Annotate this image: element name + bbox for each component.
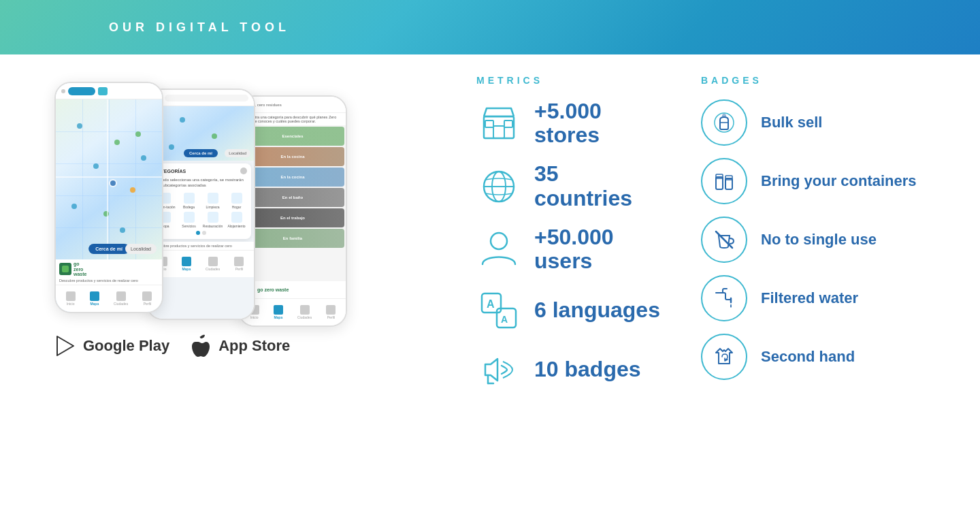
cat-en-el-bano[interactable]: En el baño [282,195,303,200]
phone-1-screen: Cerca de mí Localidad gozerowaste Descub… [56,83,162,312]
badge-bulk-sell: Bulk sell [701,99,926,146]
app-store-label: App Store [218,337,290,355]
metrics-header: METRICS [476,75,701,86]
google-play-button[interactable]: Google Play [54,335,169,357]
cat-alojamiento[interactable]: Alojamiento [226,212,247,228]
no-single-use-label: No to single use [761,231,877,249]
bring-containers-icon-circle [701,158,747,204]
badge-second-hand: Second hand [701,334,926,380]
columns-container: METRICS +5.000stores [476,75,926,511]
metrics-column: METRICS +5.000stores [476,75,701,511]
svg-rect-4 [504,121,512,127]
location-btn4[interactable]: Localidad [225,149,250,157]
filtered-water-icon-circle [701,275,747,321]
bulk-sell-icon [710,109,738,136]
location-btn3[interactable]: Cerca de mí [184,149,218,157]
cat-en-la-cocina-2[interactable]: En la cocina [280,175,304,179]
cat-hogar[interactable]: Hogar [226,193,247,209]
translate-icon: A A [478,290,519,331]
phone-3-categories: Esenciales En la cocina En la cocina En … [240,125,346,281]
location-btn[interactable]: Cerca de mí [88,244,129,254]
svg-marker-0 [57,336,74,355]
phone-3-footer: go zero waste [240,281,346,298]
filtered-water-label: Filtered water [761,289,858,307]
app-store-button[interactable]: App Store [190,334,290,358]
badge-icon-wrap [476,347,521,392]
close-btn[interactable] [240,168,247,174]
dot [61,89,65,93]
person-icon [478,229,519,270]
main-content: Cerca de mí Localidad gozerowaste Descub… [0,54,980,525]
bring-containers-icon [710,168,738,195]
header-title: OUR DIGITAL TOOL [109,20,290,35]
phone-1-topbar [56,83,162,99]
svg-rect-3 [485,121,493,127]
second-hand-icon [710,343,738,370]
cat-bodega[interactable]: Bodega [178,193,199,209]
location-btn2[interactable]: Localidad [125,244,157,254]
metric-stores: +5.000stores [476,99,701,147]
phones-section: Cerca de mí Localidad gozerowaste Descub… [54,75,436,511]
phone-2-desc-text: Descubre productos y servicios de realiz… [148,242,254,250]
phone-3-topbar: Hola, cero residues [240,97,346,113]
no-single-use-icon [710,226,738,253]
filter-chip [68,87,95,95]
svg-line-20 [716,232,732,248]
badge-no-single-use: No to single use [701,217,926,263]
phone-2-bottom-nav: Inicio Mapa Ciudades Perfil [148,250,254,277]
badge-bring-containers: Bring your containers [701,158,926,204]
badges-column: BADGES Bulk sell [701,75,926,511]
cat-esenciales[interactable]: Esenciales [282,134,303,138]
metric-languages: A A 6 languages [476,288,701,332]
cat-limpieza[interactable]: Limpieza [202,193,223,209]
translate-icon-wrap: A A [476,288,521,332]
badges-header: BADGES [701,75,926,86]
phone-3-bottom-nav: Inicio Mapa Ciudades Perfil [240,298,346,325]
svg-rect-2 [493,126,504,138]
badge-filtered-water: Filtered water [701,275,926,321]
person-icon-wrap [476,227,521,271]
metric-countries: 35countries [476,162,701,210]
phone-3-screen: Hola, cero residues Encuentra una catego… [240,97,346,325]
cat-servicios[interactable]: Servicios [178,212,199,228]
metric-badges: 10 badges [476,347,701,392]
google-play-icon [54,335,76,357]
apple-icon [190,334,212,358]
countries-value: 35countries [534,162,632,210]
cat-en-la-cocina[interactable]: En la cocina [280,155,304,159]
phone-2-map: Cerca de mí Localidad [148,106,254,161]
app-buttons: Google Play App Store [54,334,290,358]
bring-containers-label: Bring your containers [761,172,917,190]
phone-1-map: Cerca de mí Localidad [56,99,162,259]
second-hand-icon-circle [701,334,747,380]
globe-icon-wrap [476,164,521,208]
right-section: METRICS +5.000stores [436,75,926,511]
no-single-use-icon-circle [701,217,747,263]
header-banner: OUR DIGITAL TOOL [0,0,980,54]
cat-restauracion[interactable]: Restauración [202,212,223,228]
phone-2-screen: Cerca de mí Localidad CATEGORÍAS Cuando … [148,90,254,319]
cat-en-el-trabajo[interactable]: En el trabajo [280,216,305,220]
svg-point-7 [491,233,507,249]
store-icon [478,103,519,144]
badge-icon [478,349,519,390]
google-play-label: Google Play [83,337,169,355]
search-icon [98,87,108,95]
filtered-water-icon [710,285,738,312]
phone-1-desc: gozerowaste Descubre productos y servici… [56,259,162,285]
bulk-sell-label: Bulk sell [761,114,822,131]
phone-1: Cerca de mí Localidad gozerowaste Descub… [54,82,163,313]
store-icon-wrap [476,101,521,146]
badges-value: 10 badges [534,357,641,381]
stores-value: +5.000stores [534,99,602,147]
svg-text:A: A [487,298,495,310]
svg-point-15 [722,114,726,118]
phone-3-tagline: Encuentra una categoría para descubrir q… [240,113,346,125]
globe-icon [478,166,519,207]
phone-1-desc-text: Descubre productos y servicios de realiz… [59,279,159,283]
second-hand-label: Second hand [761,348,855,366]
phone-2-topbar [148,90,254,106]
cat-en-familia[interactable]: En familia [283,236,302,240]
svg-text:A: A [501,314,508,325]
users-value: +50.000users [534,225,614,273]
